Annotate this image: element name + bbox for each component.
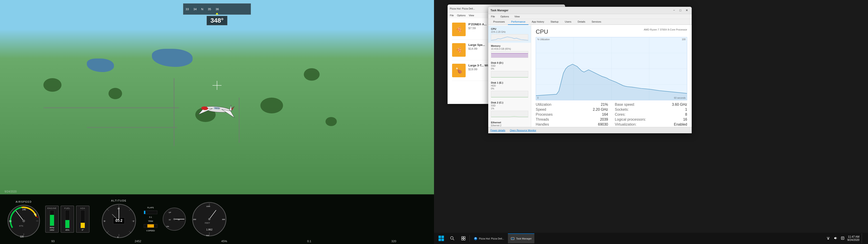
taskbar-browser-btn[interactable]: Pizza Hut: Pizza Deli... xyxy=(471,233,507,243)
tab-app-history[interactable]: App history xyxy=(528,19,547,25)
stat-value-sockets: 1 xyxy=(685,108,687,112)
browser-menu-view[interactable]: View xyxy=(469,14,474,17)
win-logo-q3 xyxy=(438,239,441,241)
svg-point-45 xyxy=(174,218,175,220)
svg-text:10: 10 xyxy=(168,219,170,221)
stat-label-cores: Cores: xyxy=(615,113,625,117)
action-center-tray-icon[interactable] xyxy=(840,236,845,241)
task-manager-close-btn[interactable]: ✕ xyxy=(684,8,689,13)
flight-simulator-panel: 33 34 N 35 36 348° xyxy=(0,0,434,244)
tab-details[interactable]: Details xyxy=(575,19,589,25)
taskbar-task-view-btn[interactable] xyxy=(458,233,468,243)
memory-mini-svg xyxy=(491,51,528,58)
sidebar-ethernet-name: Ethernet xyxy=(491,121,528,124)
compass-num-3: N xyxy=(201,7,203,11)
sidebar-memory-graph xyxy=(491,51,528,58)
taskbar-time: 11:47 AM xyxy=(848,235,860,238)
task-manager-minimize-btn[interactable]: − xyxy=(671,8,677,13)
aoa-label: AOA xyxy=(80,207,85,209)
sidebar-item-disk2[interactable]: Disk 2 (C:) SSD 1% xyxy=(488,99,531,119)
task-manager-maximize-btn[interactable]: □ xyxy=(678,8,683,13)
windows-logo xyxy=(438,236,444,241)
taskbar[interactable]: Pizza Hut: Pizza Deli... Task Manager xyxy=(434,233,868,244)
vspeed-label: V.SPEED xyxy=(144,230,157,232)
trim-bar xyxy=(144,224,157,228)
sidebar-memory-detail: 10.4/16.0 GB (65%) xyxy=(491,48,528,50)
vspeed-gauge: UP DN 10 10 xyxy=(162,207,187,232)
sidebar-item-disk0[interactable]: Disk 0 (D:) SSD 0% xyxy=(488,60,531,80)
vegetation-4 xyxy=(304,68,320,81)
aoa-bar xyxy=(81,210,85,228)
task-manager-window[interactable]: Task Manager − □ ✕ File Options View Pro… xyxy=(488,7,692,133)
stat-value-cores: 8 xyxy=(685,113,687,117)
svg-point-19 xyxy=(22,220,25,222)
tm-menu-file[interactable]: File xyxy=(490,15,496,18)
svg-line-69 xyxy=(453,239,454,240)
browser-menu-file[interactable]: File xyxy=(450,14,454,17)
tm-menu-options[interactable]: Options xyxy=(500,15,510,18)
task-manager-footer[interactable]: Fewer details Open Resource Monitor xyxy=(488,127,692,133)
cpu-graph-area: % Utilization 100 0 60 seconds xyxy=(536,37,687,100)
tab-services[interactable]: Services xyxy=(588,19,604,25)
tm-footer-resource-monitor[interactable]: Open Resource Monitor xyxy=(510,129,536,132)
sidebar-cpu-graph xyxy=(491,34,528,41)
sidebar-item-disk1[interactable]: Disk 1 (E:) HDD 0% xyxy=(488,80,531,99)
bottom-feet-value: 320 xyxy=(391,240,396,243)
fuel-bar xyxy=(65,210,70,228)
sidebar-disk0-graph xyxy=(491,71,528,78)
task-manager-titlebar[interactable]: Task Manager − □ ✕ xyxy=(488,7,692,14)
sidebar-cpu-detail: 21% 2.20 GHz xyxy=(491,31,528,33)
taskbar-time-display[interactable]: 11:47 AM 9/24/2020 xyxy=(847,235,860,242)
flaps-label: FLAPS xyxy=(144,207,157,209)
win-logo-q2 xyxy=(441,236,444,238)
flaps-bar xyxy=(144,211,157,214)
compass-tape: 33 34 N 35 36 xyxy=(183,3,251,15)
browser-menu-options[interactable]: Options xyxy=(457,14,466,17)
stat-row-sockets: Sockets: 1 xyxy=(615,108,687,112)
volume-tray-icon[interactable] xyxy=(833,236,838,241)
compass-num-2: 34 xyxy=(193,7,196,11)
cpu-subtitle: AMD Ryzen 7 3700X 8-Core Processor xyxy=(644,28,687,31)
vegetation-1 xyxy=(43,78,61,92)
sidebar-disk2-detail: SSD xyxy=(491,104,528,107)
sidebar-disk1-detail: HDD xyxy=(491,85,528,87)
taskbar-system-tray[interactable]: 11:47 AM 9/24/2020 xyxy=(826,233,866,243)
task-manager-menu[interactable]: File Options View xyxy=(488,14,692,19)
altitude-section: ALTITUDE 10 xyxy=(101,199,137,239)
stat-row-handles: Handles 69030 xyxy=(536,122,608,126)
sidebar-item-cpu[interactable]: CPU 21% 2.20 GHz xyxy=(488,26,531,43)
sidebar-disk1-pct: 0% xyxy=(491,87,528,90)
browser-window-label: Pizza Hut: Pizza Deli... xyxy=(479,237,504,240)
pizza-img-1: 🍕 xyxy=(452,23,466,36)
sidebar-disk0-name: Disk 0 (D:) xyxy=(491,61,528,64)
network-tray-icon[interactable] xyxy=(826,236,831,241)
task-manager-icon xyxy=(511,237,515,240)
network-icon xyxy=(827,237,830,240)
tab-processes[interactable]: Processes xyxy=(490,19,508,25)
show-desktop-btn[interactable] xyxy=(862,233,864,243)
airspeed-section: AIRSPEED xyxy=(7,201,41,238)
compass-num-4: 35 xyxy=(208,7,211,11)
sidebar-item-memory[interactable]: Memory 10.4/16.0 GB (65%) xyxy=(488,43,531,60)
tm-menu-view[interactable]: View xyxy=(514,15,521,18)
taskbar-taskmgr-btn[interactable]: Task Manager xyxy=(508,233,534,243)
tab-users[interactable]: Users xyxy=(562,19,575,25)
stat-label-utilization: Utilization xyxy=(536,102,551,106)
svg-text:200: 200 xyxy=(193,218,196,220)
svg-rect-72 xyxy=(462,239,463,240)
task-manager-cpu-content: CPU AMD Ryzen 7 3700X 8-Core Processor %… xyxy=(531,25,692,133)
tab-performance[interactable]: Performance xyxy=(508,19,528,25)
taskbar-search-btn[interactable] xyxy=(447,233,457,243)
tm-footer-fewer-details[interactable]: Fewer details xyxy=(491,129,505,132)
flight-date-watermark: 9/24/2020 xyxy=(4,190,17,193)
tab-startup[interactable]: Startup xyxy=(547,19,561,25)
start-button[interactable] xyxy=(436,233,446,243)
airplane: N5705 xyxy=(193,94,241,126)
stat-label-sockets: Sockets: xyxy=(615,108,629,112)
task-manager-sidebar[interactable]: CPU 21% 2.20 GHz Memory 10.4/16.0 GB (65… xyxy=(488,25,531,133)
task-manager-tabs[interactable]: Processes Performance App history Startu… xyxy=(488,19,692,25)
feet-gauge: 1000 500 200 300 FEET 1.862 xyxy=(191,201,227,237)
bottom-fuel-value: 45% xyxy=(221,240,227,243)
road-vertical xyxy=(174,78,175,146)
stat-value-utilization: 21% xyxy=(601,102,608,106)
